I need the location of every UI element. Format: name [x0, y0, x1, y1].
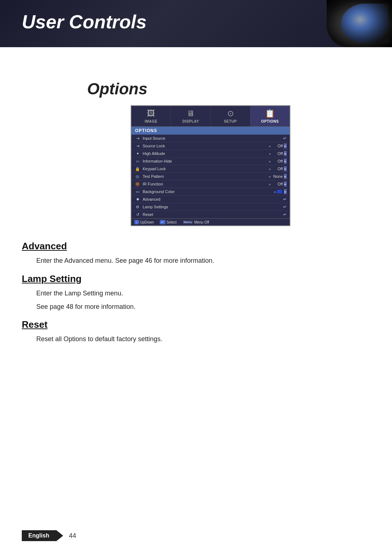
- tab-options[interactable]: 📋 OPTIONS: [250, 106, 290, 126]
- footer-language: English: [22, 530, 56, 541]
- test-pattern-arrow: ▸: [284, 174, 287, 179]
- info-hide-value: Off: [272, 159, 283, 163]
- high-altitude-icon: ✦: [134, 151, 141, 156]
- background-color-label: Background Color: [143, 189, 272, 194]
- info-hide-icon: ▭: [134, 159, 141, 164]
- ir-function-arrow: ▸: [284, 181, 287, 187]
- advanced-section: Advanced Enter the Advanced menu. See pa…: [22, 241, 370, 266]
- row-keypad-lock[interactable]: 🔒 Keypad Lock ◂ Off ▸: [131, 165, 290, 173]
- high-altitude-arrow: ▸: [284, 151, 287, 156]
- advanced-body: Enter the Advanced menu. See page 46 for…: [22, 255, 370, 266]
- display-tab-icon: 🖥: [187, 109, 195, 118]
- reset-heading: Reset: [22, 319, 370, 330]
- menu-bottom-bar: ↕ UpDown ↵ Select Menu Menu Off: [131, 218, 290, 225]
- lamp-setting-body-2: See page 48 for more information.: [22, 302, 370, 312]
- tab-display[interactable]: 🖥 DISPLAY: [171, 106, 211, 126]
- options-tab-icon: 📋: [265, 109, 275, 118]
- select-control: ↵ Select: [160, 220, 177, 224]
- row-reset[interactable]: ↺ Reset ↵: [131, 211, 290, 218]
- options-section-title: Options: [22, 80, 370, 98]
- high-altitude-label: High Altitude: [143, 151, 267, 156]
- row-source-lock[interactable]: ⇥ Source Lock ◂ Off ▸: [131, 142, 290, 150]
- high-altitude-value: Off: [272, 151, 283, 156]
- lamp-settings-icon: ⚙: [134, 204, 141, 209]
- row-high-altitude[interactable]: ✦ High Altitude ◂ Off ▸: [131, 150, 290, 158]
- keypad-lock-label: Keypad Lock: [143, 167, 267, 171]
- row-ir-function[interactable]: 🔆 IR Function ◂ Off ▸: [131, 180, 290, 188]
- reset-label: Reset: [143, 212, 283, 217]
- row-advanced[interactable]: ✸ Advanced ↵: [131, 196, 290, 203]
- row-background-color[interactable]: ▭ Background Color ◂ ▸: [131, 188, 290, 196]
- advanced-heading: Advanced: [22, 241, 370, 252]
- test-pattern-value: None: [272, 174, 283, 179]
- page-title: User Controls: [0, 0, 392, 33]
- lamp-setting-section: Lamp Setting Enter the Lamp Setting menu…: [22, 273, 370, 312]
- reset-body: Reset all Options to default factory set…: [22, 334, 370, 344]
- row-lamp-settings[interactable]: ⚙ Lamp Settings ↵: [131, 203, 290, 211]
- lamp-settings-enter: ↵: [283, 204, 287, 209]
- tab-display-label: DISPLAY: [182, 119, 199, 123]
- tab-bar: 🖼 IMAGE 🖥 DISPLAY ⊙ SETUP 📋 OPTIONS: [131, 106, 290, 127]
- lamp-setting-body-1: Enter the Lamp Setting menu.: [22, 288, 370, 299]
- input-source-icon: ⇥: [134, 136, 141, 141]
- menu-widget: 🖼 IMAGE 🖥 DISPLAY ⊙ SETUP 📋 OPTIONS OPTI…: [131, 105, 290, 226]
- advanced-enter: ↵: [283, 197, 287, 202]
- reset-icon: ↺: [134, 212, 141, 217]
- menu-keyword: Menu: [183, 220, 193, 224]
- footer-page-number: 44: [69, 532, 76, 540]
- lamp-setting-heading: Lamp Setting: [22, 273, 370, 285]
- keypad-lock-value: Off: [272, 167, 283, 171]
- source-lock-label: Source Lock: [143, 144, 267, 148]
- reset-enter: ↵: [283, 212, 287, 217]
- input-source-label: Input Source: [143, 136, 283, 140]
- menu-off-label: Menu Off: [194, 220, 209, 224]
- source-lock-icon: ⇥: [134, 143, 141, 148]
- keypad-lock-icon: 🔒: [134, 166, 141, 171]
- content-sections: Advanced Enter the Advanced menu. See pa…: [0, 241, 392, 344]
- updown-icon: ↕: [134, 220, 139, 224]
- tab-setup-label: SETUP: [224, 119, 237, 123]
- tab-setup[interactable]: ⊙ SETUP: [211, 106, 250, 126]
- input-source-enter: ↵: [283, 136, 287, 141]
- background-color-icon: ▭: [134, 189, 141, 194]
- advanced-icon: ✸: [134, 197, 141, 202]
- page-footer: English 44: [22, 530, 76, 541]
- test-pattern-icon: ◎: [134, 174, 141, 179]
- row-information-hide[interactable]: ▭ Information Hide ◂ Off ▸: [131, 158, 290, 165]
- test-pattern-label: Test Pattern: [143, 174, 267, 179]
- advanced-label: Advanced: [143, 197, 283, 201]
- image-tab-icon: 🖼: [147, 109, 155, 118]
- info-hide-label: Information Hide: [143, 159, 267, 163]
- ir-function-label: IR Function: [143, 182, 267, 186]
- keypad-lock-arrow: ▸: [284, 166, 287, 171]
- source-lock-arrow: ▸: [284, 143, 287, 148]
- options-header: OPTIONS: [131, 127, 290, 135]
- source-lock-value: Off: [272, 144, 283, 148]
- updown-control: ↕ UpDown: [134, 220, 154, 224]
- select-icon: ↵: [160, 220, 166, 224]
- updown-label: UpDown: [140, 220, 154, 224]
- row-input-source[interactable]: ⇥ Input Source ↵: [131, 135, 290, 142]
- info-hide-arrow: ▸: [284, 159, 287, 164]
- menu-off-control: Menu Menu Off: [183, 220, 209, 224]
- ir-function-value: Off: [272, 182, 283, 186]
- ir-function-icon: 🔆: [134, 181, 141, 187]
- footer-triangle: [56, 530, 63, 541]
- row-test-pattern[interactable]: ◎ Test Pattern ◂ None ▸: [131, 173, 290, 180]
- tab-options-label: OPTIONS: [261, 119, 279, 123]
- background-color-swatch: [277, 190, 282, 193]
- tab-image-label: IMAGE: [144, 119, 157, 123]
- select-label: Select: [167, 220, 177, 224]
- background-color-arrow: ▸: [284, 189, 287, 194]
- tab-image[interactable]: 🖼 IMAGE: [131, 106, 171, 126]
- setup-tab-icon: ⊙: [227, 109, 234, 118]
- reset-section: Reset Reset all Options to default facto…: [22, 319, 370, 344]
- lamp-settings-label: Lamp Settings: [143, 205, 283, 209]
